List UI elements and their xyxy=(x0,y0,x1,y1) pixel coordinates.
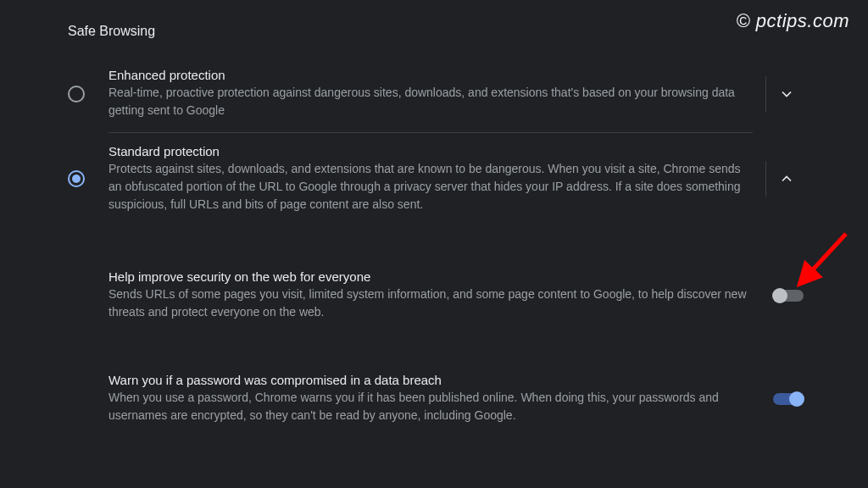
sub-title: Help improve security on the web for eve… xyxy=(108,269,756,284)
toggle-password-breach[interactable] xyxy=(773,393,804,405)
vertical-separator xyxy=(765,76,766,112)
radio-standard[interactable] xyxy=(68,170,85,187)
chevron-up-icon xyxy=(778,170,795,187)
option-standard-text: Standard protection Protects against sit… xyxy=(108,144,762,214)
sub-improve-text: Help improve security on the web for eve… xyxy=(108,269,773,321)
option-desc: Protects against sites, downloads, and e… xyxy=(108,160,747,214)
expand-enhanced[interactable] xyxy=(768,75,805,113)
option-title: Enhanced protection xyxy=(108,68,747,82)
section-title: Safe Browsing xyxy=(68,24,155,39)
annotation-arrow xyxy=(797,227,856,295)
vertical-separator xyxy=(765,161,766,197)
sub-improve-security: Help improve security on the web for eve… xyxy=(108,269,804,321)
svg-line-0 xyxy=(805,234,846,278)
option-title: Standard protection xyxy=(108,144,747,158)
sub-title: Warn you if a password was compromised i… xyxy=(108,373,756,387)
radio-enhanced[interactable] xyxy=(68,86,85,103)
sub-breach-text: Warn you if a password was compromised i… xyxy=(108,373,773,424)
option-enhanced-text: Enhanced protection Real-time, proactive… xyxy=(108,68,762,119)
settings-page: © pctips.com Safe Browsing Enhanced prot… xyxy=(0,0,868,488)
option-enhanced[interactable]: Enhanced protection Real-time, proactive… xyxy=(68,68,805,119)
sub-desc: Sends URLs of some pages you visit, limi… xyxy=(108,286,756,321)
watermark: © pctips.com xyxy=(737,10,849,32)
sub-desc: When you use a password, Chrome warns yo… xyxy=(108,389,756,424)
chevron-down-icon xyxy=(778,86,795,103)
option-standard[interactable]: Standard protection Protects against sit… xyxy=(68,144,805,214)
sub-password-breach: Warn you if a password was compromised i… xyxy=(108,373,804,424)
option-desc: Real-time, proactive protection against … xyxy=(108,84,747,119)
separator xyxy=(108,132,753,133)
collapse-standard[interactable] xyxy=(768,160,805,197)
